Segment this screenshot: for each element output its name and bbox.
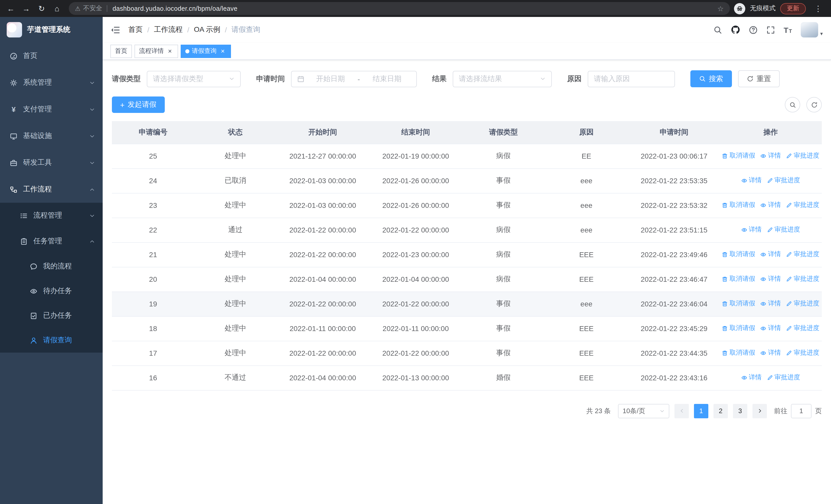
sidebar-item-process-management[interactable]: 流程管理 <box>0 203 103 228</box>
detail-link[interactable]: 详情 <box>761 152 781 160</box>
fullscreen-icon[interactable] <box>766 25 775 34</box>
cell-apply-id: 22 <box>112 217 194 242</box>
breadcrumb-item[interactable]: 首页 <box>128 25 143 34</box>
breadcrumb-item[interactable]: OA 示例 <box>194 25 221 34</box>
sidebar-item-home[interactable]: 首页 <box>0 42 103 69</box>
reset-button[interactable]: 重置 <box>738 70 780 87</box>
sidebar-item-label: 任务管理 <box>33 237 89 246</box>
prev-page-button[interactable] <box>675 404 689 418</box>
help-icon[interactable] <box>749 25 757 34</box>
trash-icon <box>722 251 728 258</box>
detail-link[interactable]: 详情 <box>741 374 762 382</box>
cell-start-time: 2022-01-22 00:00:00 <box>277 217 369 242</box>
refresh-table-button[interactable] <box>806 97 822 112</box>
tab-home[interactable]: 首页 <box>110 45 132 58</box>
cell-end-time: 2022-01-23 00:00:00 <box>369 242 462 267</box>
approval-progress-link[interactable]: 审批进度 <box>767 374 800 382</box>
approval-progress-link[interactable]: 审批进度 <box>767 176 800 185</box>
op-label: 审批进度 <box>794 275 820 284</box>
breadcrumb-item[interactable]: 工作流程 <box>154 25 183 34</box>
address-bar[interactable]: ⚠ 不安全 dashboard.yudao.iocoder.cn/bpm/oa/… <box>69 2 730 15</box>
approval-progress-link[interactable]: 审批进度 <box>786 299 820 308</box>
detail-link[interactable]: 详情 <box>761 250 781 259</box>
detail-link[interactable]: 详情 <box>741 226 762 234</box>
cancel-leave-link[interactable]: 取消请假 <box>722 250 755 259</box>
edit-icon <box>786 350 792 356</box>
table-row: 24 已取消 2022-01-03 00:00:00 2022-01-26 00… <box>112 168 822 193</box>
detail-link[interactable]: 详情 <box>761 275 781 284</box>
cell-operations: 取消请假 详情 审批进度 <box>720 316 822 341</box>
github-icon[interactable] <box>730 25 740 34</box>
cancel-leave-link[interactable]: 取消请假 <box>722 299 755 308</box>
browser-menu-icon[interactable]: ⋮ <box>810 1 826 16</box>
font-size-icon[interactable]: TT <box>783 25 792 34</box>
eye-icon <box>741 375 747 381</box>
sidebar-item-workflow[interactable]: 工作流程 <box>0 176 103 203</box>
sidebar-item-leave-query[interactable]: 请假查询 <box>0 328 103 353</box>
browser-forward-button[interactable]: → <box>19 1 34 16</box>
cancel-leave-link[interactable]: 取消请假 <box>722 201 755 210</box>
sidebar-item-done-tasks[interactable]: 已办任务 <box>0 303 103 328</box>
browser-back-button[interactable]: ← <box>3 1 19 16</box>
bookmark-star-icon[interactable]: ☆ <box>717 4 724 12</box>
sidebar-item-system-management[interactable]: 系统管理 <box>0 69 103 96</box>
approval-progress-link[interactable]: 审批进度 <box>786 250 820 259</box>
page-size-select[interactable]: 10条/页 <box>618 404 669 418</box>
approval-progress-link[interactable]: 审批进度 <box>786 201 820 210</box>
op-label: 详情 <box>768 324 781 333</box>
eye-icon <box>761 153 767 159</box>
cancel-leave-link[interactable]: 取消请假 <box>722 349 755 357</box>
tab-leave-query[interactable]: 请假查询 × <box>181 45 231 58</box>
cell-end-time: 2022-01-22 00:00:00 <box>369 217 462 242</box>
close-icon[interactable]: × <box>219 48 226 55</box>
cell-reason: EEE <box>544 267 629 292</box>
goto-page-input[interactable] <box>791 404 811 418</box>
detail-link[interactable]: 详情 <box>741 176 762 185</box>
cancel-leave-link[interactable]: 取消请假 <box>722 275 755 284</box>
detail-link[interactable]: 详情 <box>761 324 781 333</box>
sidebar-item-pending-tasks[interactable]: 待办任务 <box>0 279 103 303</box>
op-label: 详情 <box>749 374 762 382</box>
create-leave-button[interactable]: + 发起请假 <box>112 96 165 113</box>
search-button[interactable]: 搜索 <box>690 70 732 87</box>
cell-start-time: 2022-01-11 00:00:00 <box>277 316 369 341</box>
search-icon[interactable] <box>713 25 722 34</box>
cell-end-time: 2022-01-13 00:00:00 <box>369 365 462 390</box>
collapse-sidebar-icon[interactable] <box>110 25 120 35</box>
page-button-2[interactable]: 2 <box>713 404 728 418</box>
sidebar-item-my-processes[interactable]: 我的流程 <box>0 254 103 279</box>
approval-progress-link[interactable]: 审批进度 <box>767 226 800 234</box>
cancel-leave-link[interactable]: 取消请假 <box>722 324 755 333</box>
breadcrumb-separator: / <box>188 26 190 34</box>
next-page-button[interactable] <box>752 404 767 418</box>
page-button-1[interactable]: 1 <box>694 404 708 418</box>
approval-progress-link[interactable]: 审批进度 <box>786 152 820 160</box>
browser-update-button[interactable]: 更新 <box>780 3 806 14</box>
tab-process-detail[interactable]: 流程详情 × <box>135 45 178 58</box>
sidebar-item-dev-tools[interactable]: 研发工具 <box>0 149 103 176</box>
approval-progress-link[interactable]: 审批进度 <box>786 349 820 357</box>
app-logo[interactable]: 芋道管理系统 <box>0 17 103 42</box>
hide-search-button[interactable] <box>785 97 800 112</box>
browser-reload-button[interactable]: ↻ <box>34 1 49 16</box>
op-label: 审批进度 <box>775 374 800 382</box>
date-range-input[interactable]: 开始日期 - 结束日期 <box>291 70 417 87</box>
sidebar-item-infrastructure[interactable]: 基础设施 <box>0 123 103 149</box>
edit-icon <box>786 276 792 282</box>
detail-link[interactable]: 详情 <box>761 349 781 357</box>
approval-progress-link[interactable]: 审批进度 <box>786 324 820 333</box>
approval-progress-link[interactable]: 审批进度 <box>786 275 820 284</box>
detail-link[interactable]: 详情 <box>761 299 781 308</box>
result-select[interactable]: 请选择流结果 <box>453 70 552 87</box>
cancel-leave-link[interactable]: 取消请假 <box>722 152 755 160</box>
close-icon[interactable]: × <box>166 48 173 55</box>
page-button-3[interactable]: 3 <box>733 404 747 418</box>
detail-link[interactable]: 详情 <box>761 201 781 210</box>
reason-input[interactable]: 请输入原因 <box>588 70 675 87</box>
leave-type-select[interactable]: 请选择请假类型 <box>147 70 241 87</box>
browser-home-button[interactable]: ⌂ <box>49 1 65 16</box>
sidebar-item-task-management[interactable]: 任务管理 <box>0 228 103 254</box>
user-menu[interactable]: ▾ <box>801 22 823 37</box>
sidebar-item-payment-management[interactable]: ¥ 支付管理 <box>0 96 103 123</box>
sidebar-item-label: 流程管理 <box>33 211 89 220</box>
